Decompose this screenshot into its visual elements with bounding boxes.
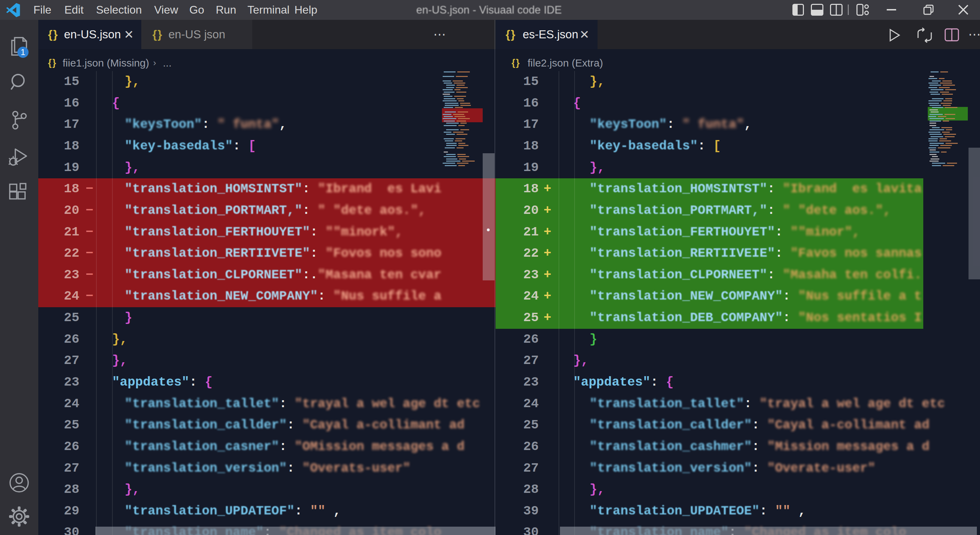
- svg-text:1: 1: [21, 47, 25, 57]
